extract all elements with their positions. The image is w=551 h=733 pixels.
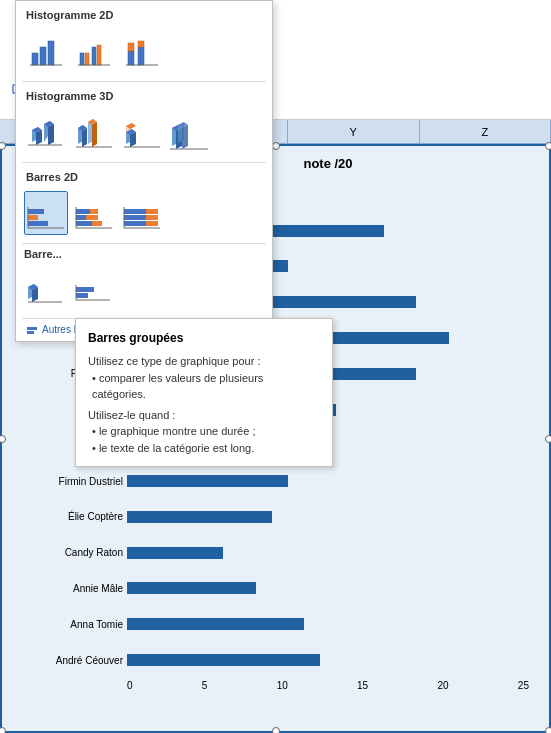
bar-row: Élie Coptère bbox=[127, 499, 529, 535]
bar-label: Candy Raton bbox=[13, 547, 123, 558]
tooltip-line1: Utilisez ce type de graphique pour : bbox=[88, 353, 320, 370]
svg-rect-67 bbox=[76, 293, 88, 298]
bar-fill bbox=[127, 654, 320, 666]
bar-fill bbox=[127, 582, 256, 594]
x-axis-label: 0 bbox=[127, 680, 133, 691]
hist2d-3-svg bbox=[124, 33, 160, 69]
svg-rect-4 bbox=[80, 53, 84, 65]
hist2d-section-title: Histogramme 2D bbox=[16, 1, 272, 25]
bar-label: Annie Mâle bbox=[13, 583, 123, 594]
svg-rect-11 bbox=[138, 47, 144, 65]
svg-rect-57 bbox=[146, 215, 158, 220]
chart-type-dropdown: Histogramme 2D bbox=[15, 0, 273, 342]
bar3d-2-svg bbox=[74, 273, 114, 303]
bar2d-icons-row bbox=[16, 187, 272, 243]
bar-row: Candy Raton bbox=[127, 535, 529, 571]
svg-rect-49 bbox=[86, 215, 98, 220]
svg-rect-71 bbox=[27, 331, 34, 334]
bar-fill bbox=[127, 618, 304, 630]
tooltip-title: Barres groupées bbox=[88, 329, 320, 347]
x-axis-label: 25 bbox=[518, 680, 529, 691]
bar3d-icon-1[interactable] bbox=[24, 266, 68, 310]
svg-marker-39 bbox=[182, 125, 188, 149]
svg-rect-47 bbox=[90, 209, 98, 214]
bar2d-grouped-icon[interactable] bbox=[24, 191, 68, 235]
svg-rect-10 bbox=[128, 43, 134, 51]
hist3d-4-svg bbox=[170, 112, 210, 152]
bar2d-stacked-icon[interactable] bbox=[72, 191, 116, 235]
bar-label: Élie Coptère bbox=[13, 511, 123, 522]
hist2d-1-svg bbox=[28, 33, 64, 69]
bar-row: Anna Tomie bbox=[127, 606, 529, 642]
svg-rect-2 bbox=[48, 41, 54, 65]
tooltip-bullet3: • le texte de la catégorie est long. bbox=[88, 440, 320, 457]
bar3d-icon-2[interactable] bbox=[72, 266, 116, 310]
bar-fill bbox=[127, 511, 272, 523]
bar-row: André Céouver bbox=[127, 642, 529, 678]
svg-marker-19 bbox=[48, 124, 54, 145]
hist3d-2-svg bbox=[74, 112, 114, 152]
svg-rect-48 bbox=[76, 215, 86, 220]
svg-rect-0 bbox=[32, 53, 38, 65]
svg-rect-12 bbox=[138, 41, 144, 47]
svg-marker-26 bbox=[92, 122, 97, 147]
hist3d-1-svg bbox=[26, 112, 66, 152]
svg-rect-51 bbox=[92, 221, 102, 226]
hist3d-section-title: Histogramme 3D bbox=[16, 82, 272, 106]
bar-row: Firmin Dustriel bbox=[127, 463, 529, 499]
svg-rect-5 bbox=[85, 53, 89, 65]
bar3d-section-title: Barre... bbox=[24, 248, 62, 260]
bar3d-icons-partial bbox=[16, 262, 272, 318]
svg-rect-55 bbox=[146, 209, 158, 214]
hist3d-icon-2[interactable] bbox=[72, 110, 116, 154]
svg-rect-7 bbox=[97, 45, 101, 65]
bar2d-grouped-svg bbox=[26, 193, 66, 233]
bar-label: Anna Tomie bbox=[13, 619, 123, 630]
barres-groupees-tooltip: Barres groupées Utilisez ce type de grap… bbox=[75, 318, 333, 467]
svg-rect-59 bbox=[146, 221, 158, 226]
hist3d-icon-4[interactable] bbox=[168, 110, 212, 154]
svg-rect-9 bbox=[128, 51, 134, 65]
hist3d-3-svg bbox=[122, 112, 162, 152]
x-axis-label: 20 bbox=[437, 680, 448, 691]
hist3d-icon-3[interactable] bbox=[120, 110, 164, 154]
col-header-z: Z bbox=[420, 120, 552, 143]
bar-label: Firmin Dustriel bbox=[13, 476, 123, 487]
svg-rect-1 bbox=[40, 47, 46, 65]
x-axis: 0510152025 bbox=[127, 680, 529, 691]
svg-rect-54 bbox=[124, 209, 146, 214]
tooltip-bullet1: • comparer les valeurs de plusieurs caté… bbox=[88, 370, 320, 403]
x-axis-label: 15 bbox=[357, 680, 368, 691]
bar-small-icon bbox=[26, 323, 38, 335]
bar2d-100pct-icon[interactable] bbox=[120, 191, 164, 235]
tooltip-line2: Utilisez-le quand : bbox=[88, 407, 320, 424]
svg-rect-50 bbox=[76, 221, 92, 226]
hist2d-icon-3[interactable] bbox=[120, 29, 164, 73]
bar2d-stacked-svg bbox=[74, 193, 114, 233]
bar3d-1-svg bbox=[26, 273, 66, 303]
hist2d-icon-1[interactable] bbox=[24, 29, 68, 73]
hist2d-2-svg bbox=[76, 33, 112, 69]
svg-rect-43 bbox=[28, 221, 48, 226]
bar-fill bbox=[127, 547, 223, 559]
svg-rect-41 bbox=[28, 209, 44, 214]
bar-row: Annie Mâle bbox=[127, 571, 529, 607]
x-axis-label: 10 bbox=[277, 680, 288, 691]
x-axis-label: 5 bbox=[202, 680, 208, 691]
hist2d-icons-row bbox=[16, 25, 272, 81]
hist2d-icon-2[interactable] bbox=[72, 29, 116, 73]
ribbon: Histogramme 2D bbox=[0, 0, 551, 120]
svg-rect-66 bbox=[76, 287, 94, 292]
svg-rect-70 bbox=[27, 327, 37, 330]
svg-rect-58 bbox=[124, 221, 146, 226]
svg-rect-46 bbox=[76, 209, 90, 214]
bar2d-100pct-svg bbox=[122, 193, 162, 233]
bar-fill bbox=[127, 475, 288, 487]
bar2d-section-title: Barres 2D bbox=[16, 163, 272, 187]
col-header-y: Y bbox=[288, 120, 420, 143]
tooltip-bullet2: • le graphique montre une durée ; bbox=[88, 423, 320, 440]
svg-rect-42 bbox=[28, 215, 38, 220]
hist3d-icon-1[interactable] bbox=[24, 110, 68, 154]
svg-rect-6 bbox=[92, 47, 96, 65]
hist3d-icons-row bbox=[16, 106, 272, 162]
